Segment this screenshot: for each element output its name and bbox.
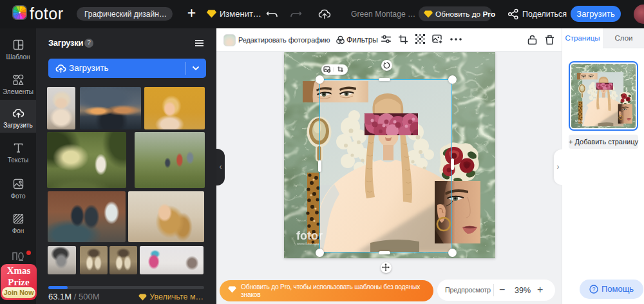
svg-text:?: ? <box>592 286 596 292</box>
svg-text:fotor: fotor <box>296 229 323 242</box>
svg-text:www.fotor.com: www.fotor.com <box>296 242 320 245</box>
